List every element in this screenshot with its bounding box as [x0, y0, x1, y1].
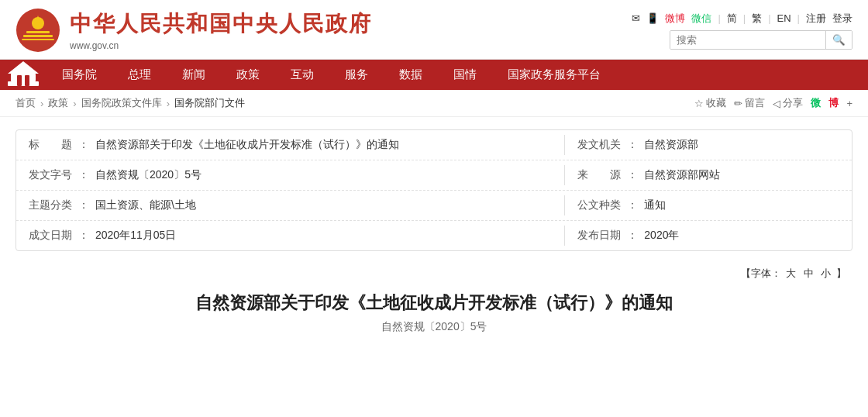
svg-rect-4 — [22, 39, 54, 40]
en-link[interactable]: EN — [777, 12, 791, 24]
sep1: | — [718, 12, 720, 24]
main-content: 标 题 ： 自然资源部关于印发《土地征收成片开发标准（试行）》的通知 发文机关 … — [0, 117, 868, 346]
nav-item-zongli[interactable]: 总理 — [112, 60, 167, 90]
temple-svg — [6, 60, 40, 88]
document-subtitle: 自然资规〔2020〕5号 — [16, 320, 852, 334]
sep4: | — [797, 12, 800, 24]
phone-icon[interactable]: 📱 — [646, 12, 659, 24]
label-docno: 发文字号 — [29, 168, 72, 182]
value-publish-date: 2020年 — [644, 229, 679, 243]
svg-rect-3 — [23, 35, 53, 37]
info-cell-publish-date: 发布日期 ： 2020年 — [565, 221, 852, 250]
font-large[interactable]: 大 — [786, 267, 796, 279]
font-small[interactable]: 小 — [821, 267, 831, 279]
search-input[interactable] — [670, 31, 825, 49]
label-source: 来 源 — [577, 168, 621, 182]
share-action[interactable]: ◁ 分享 — [773, 96, 803, 110]
svg-rect-2 — [26, 31, 50, 33]
font-medium[interactable]: 中 — [804, 267, 814, 279]
info-cell-create-date: 成文日期 ： 2020年11月05日 — [16, 221, 564, 250]
value-create-date: 2020年11月05日 — [95, 229, 176, 243]
label-category: 主题分类 — [29, 198, 72, 212]
sep3: | — [768, 12, 770, 24]
wechat-icon[interactable]: 微信 — [691, 12, 711, 26]
breadcrumb-actions: ☆ 收藏 ✏ 留言 ◁ 分享 微 博 + — [694, 96, 852, 110]
info-row-2: 发文字号 ： 自然资规〔2020〕5号 来 源 ： 自然资源部网站 — [16, 160, 852, 191]
nav-item-hudong[interactable]: 互动 — [275, 60, 329, 90]
value-source: 自然资源部网站 — [644, 168, 720, 182]
search-button[interactable]: 🔍 — [825, 31, 852, 49]
svg-rect-6 — [8, 81, 39, 86]
search-bar: 🔍 — [670, 30, 852, 50]
value-issuer: 自然资源部 — [644, 138, 698, 152]
info-cell-issuer: 发文机关 ： 自然资源部 — [565, 130, 852, 160]
info-row-1: 标 题 ： 自然资源部关于印发《土地征收成片开发标准（试行）》的通知 发文机关 … — [16, 130, 852, 160]
nav-temple-icon — [0, 60, 46, 90]
weibo-icon[interactable]: 微博 — [665, 12, 685, 26]
main-nav: 国务院 总理 新闻 政策 互动 服务 数据 国情 国家政务服务平台 — [0, 60, 868, 90]
svg-rect-7 — [11, 74, 36, 81]
value-doctype: 通知 — [644, 198, 666, 212]
weibo-share[interactable]: 博 — [828, 96, 839, 110]
nav-item-shuju[interactable]: 数据 — [384, 60, 438, 90]
info-row-3: 主题分类 ： 国土资源、能源\土地 公文种类 ： 通知 — [16, 191, 852, 221]
font-control: 【字体： 大 中 小 】 — [16, 264, 852, 284]
value-category: 国土资源、能源\土地 — [95, 198, 196, 212]
breadcrumb: 首页 › 政策 › 国务院政策文件库 › 国务院部门文件 — [16, 96, 245, 110]
header-left: 中华人民共和国中央人民政府 www.gov.cn — [16, 8, 372, 53]
svg-point-0 — [16, 9, 60, 52]
email-icon[interactable]: ✉ — [632, 12, 640, 24]
breadcrumb-current: 国务院部门文件 — [174, 96, 245, 110]
svg-rect-9 — [17, 75, 22, 86]
nav-item-xinwen[interactable]: 新闻 — [167, 60, 221, 90]
wechat-share[interactable]: 微 — [811, 96, 821, 110]
breadcrumb-policy-db[interactable]: 国务院政策文件库 — [81, 96, 162, 110]
breadcrumb-policy[interactable]: 政策 — [48, 96, 68, 110]
info-cell-source: 来 源 ： 自然资源部网站 — [565, 160, 852, 190]
info-cell-category: 主题分类 ： 国土资源、能源\土地 — [16, 191, 564, 220]
header-title-block: 中华人民共和国中央人民政府 www.gov.cn — [70, 9, 372, 51]
gov-emblem — [16, 8, 60, 53]
collect-action[interactable]: ☆ 收藏 — [694, 96, 726, 110]
nav-item-guowuyuan[interactable]: 国务院 — [46, 60, 112, 90]
svg-marker-8 — [8, 61, 39, 74]
label-doctype: 公文种类 — [577, 198, 621, 212]
document-title: 自然资源部关于印发《土地征收成片开发标准（试行）》的通知 — [16, 291, 852, 315]
nav-item-fuwu[interactable]: 服务 — [329, 60, 384, 90]
header-icon-bar: ✉ 📱 微博 微信 | 简 | 繁 | EN | 注册 登录 — [632, 12, 852, 26]
info-cell-docno: 发文字号 ： 自然资规〔2020〕5号 — [16, 160, 564, 190]
nav-item-guoqing[interactable]: 国情 — [438, 60, 492, 90]
font-bracket-close: 】 — [836, 267, 846, 279]
sep2: | — [743, 12, 746, 24]
font-bracket-open: 【字体： — [741, 267, 781, 279]
breadcrumb-home[interactable]: 首页 — [16, 96, 36, 110]
nav-item-zhengce[interactable]: 政策 — [221, 60, 275, 90]
label-create-date: 成文日期 — [29, 229, 72, 243]
site-title: 中华人民共和国中央人民政府 — [70, 9, 372, 39]
value-docno: 自然资规〔2020〕5号 — [95, 168, 202, 182]
value-title: 自然资源部关于印发《土地征收成片开发标准（试行）》的通知 — [95, 138, 399, 152]
bc-sep1: › — [40, 98, 43, 109]
nav-item-zhengwu[interactable]: 国家政务服务平台 — [492, 60, 616, 90]
label-issuer: 发文机关 — [577, 138, 621, 152]
jian-link[interactable]: 简 — [727, 12, 737, 26]
breadcrumb-bar: 首页 › 政策 › 国务院政策文件库 › 国务院部门文件 ☆ 收藏 ✏ 留言 ◁… — [0, 90, 868, 117]
site-url: www.gov.cn — [70, 40, 372, 51]
info-cell-title: 标 题 ： 自然资源部关于印发《土地征收成片开发标准（试行）》的通知 — [16, 130, 564, 160]
header-right: ✉ 📱 微博 微信 | 简 | 繁 | EN | 注册 登录 🔍 — [632, 12, 852, 50]
register-link[interactable]: 注册 — [806, 12, 826, 26]
svg-rect-10 — [25, 75, 29, 86]
info-row-4: 成文日期 ： 2020年11月05日 发布日期 ： 2020年 — [16, 221, 852, 250]
bc-sep2: › — [73, 98, 76, 109]
fan-link[interactable]: 繁 — [752, 12, 762, 26]
bc-sep3: › — [167, 98, 170, 109]
info-table: 标 题 ： 自然资源部关于印发《土地征收成片开发标准（试行）》的通知 发文机关 … — [16, 129, 852, 251]
label-publish-date: 发布日期 — [577, 229, 621, 243]
label-title: 标 题 — [29, 138, 72, 152]
info-cell-doctype: 公文种类 ： 通知 — [565, 191, 852, 220]
more-share[interactable]: + — [846, 98, 852, 109]
login-link[interactable]: 登录 — [832, 12, 852, 26]
comment-action[interactable]: ✏ 留言 — [734, 96, 765, 110]
page-header: 中华人民共和国中央人民政府 www.gov.cn ✉ 📱 微博 微信 | 简 |… — [0, 0, 868, 60]
